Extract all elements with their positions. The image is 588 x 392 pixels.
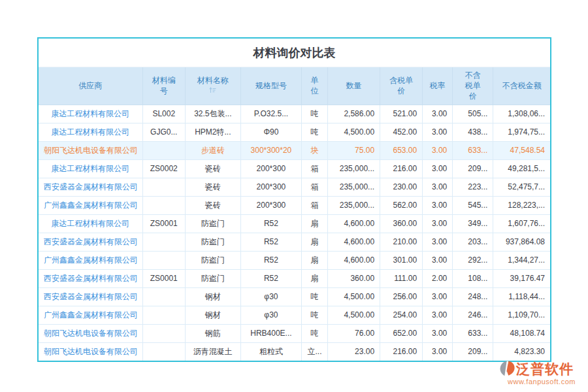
cell-amount-no-tax: 1,109,70... xyxy=(493,306,550,324)
cell-price-no-tax: 349... xyxy=(453,214,493,233)
cell-code: SL002 xyxy=(142,105,185,123)
supplier-link[interactable]: 西安盛器金属材料有限公司 xyxy=(44,274,138,283)
table-row[interactable]: 康达工程材料有限公司ZS0001防盗门R52扇4,600.00360.003.0… xyxy=(39,214,550,233)
cell-amount-no-tax: 47,548.54 xyxy=(493,141,550,159)
cell-spec: 200*300 xyxy=(240,178,301,196)
cell-spec: HRB400E... xyxy=(240,324,301,342)
cell-price-tax: 521.00 xyxy=(380,105,423,123)
column-header-spec-model: 规格型号 xyxy=(240,67,301,105)
table-row[interactable]: 康达工程材料有限公司SL00232.5包装...P.O32.5...吨2,586… xyxy=(39,105,550,123)
table-row[interactable]: 广州鑫鑫金属材料有限公司钢材φ30吨4,500.00254.003.00246.… xyxy=(39,306,550,324)
supplier-link[interactable]: 广州鑫鑫金属材料有限公司 xyxy=(44,255,138,265)
table-row[interactable]: 西安盛器金属材料有限公司ZS0001防盗门R52扇360.00111.002.0… xyxy=(39,269,550,287)
cell-code xyxy=(142,233,185,251)
table-row[interactable]: 西安盛器金属材料有限公司防盗门R52扇4,600.00210.003.00203… xyxy=(39,233,550,251)
brand-name: 泛普软件 xyxy=(516,360,574,378)
supplier-link[interactable]: 广州鑫鑫金属材料有限公司 xyxy=(44,310,138,319)
supplier-link[interactable]: 朝阳飞达机电设备有限公司 xyxy=(44,329,138,338)
vendor-logo[interactable]: 泛普软件 www.fanpusoft.com xyxy=(498,360,585,385)
cell-unit: 吨 xyxy=(301,123,327,141)
cell-unit: 扇 xyxy=(301,214,327,233)
table-row[interactable]: 康达工程材料有限公司ZS0002瓷砖200*300箱235,000...216.… xyxy=(39,159,550,178)
cell-spec: R52 xyxy=(240,214,301,233)
cell-code xyxy=(142,251,185,269)
cell-price-no-tax: 108... xyxy=(453,269,493,287)
cell-price-tax: 256.00 xyxy=(380,287,423,306)
cell-price-no-tax: 438... xyxy=(453,123,493,141)
cell-unit: 吨 xyxy=(301,287,327,306)
cell-tax-rate: 3.00 xyxy=(423,324,453,342)
page: 材料询价对比表 供应商 材料编号 材料名称 xyxy=(0,0,588,392)
cell-code: ZS0001 xyxy=(142,214,185,233)
cell-supplier: 朝阳飞达机电设备有限公司 xyxy=(39,141,142,159)
cell-code: ZS0001 xyxy=(142,269,185,287)
cell-price-tax: 210.00 xyxy=(380,233,423,251)
cell-code: ZS0002 xyxy=(142,159,185,178)
table-row[interactable]: 广州鑫鑫金属材料有限公司防盗门R52扇4,600.00301.003.00292… xyxy=(39,251,550,269)
table-row[interactable]: 朝阳飞达机电设备有限公司钢筋HRB400E...吨76.00652.003.00… xyxy=(39,324,550,342)
cell-tax-rate: 3.00 xyxy=(423,342,453,361)
supplier-link[interactable]: 康达工程材料有限公司 xyxy=(51,219,129,228)
cell-name: 防盗门 xyxy=(185,233,240,251)
cell-name: 防盗门 xyxy=(185,251,240,269)
cell-price-no-tax: 292... xyxy=(453,251,493,269)
cell-spec: R52 xyxy=(240,233,301,251)
cell-spec: φ30 xyxy=(240,306,301,324)
cell-tax-rate: 3.00 xyxy=(423,178,453,196)
supplier-link[interactable]: 西安盛器金属材料有限公司 xyxy=(44,237,138,246)
cell-qty: 4,600.00 xyxy=(328,251,380,269)
supplier-link[interactable]: 西安盛器金属材料有限公司 xyxy=(44,292,138,301)
supplier-link[interactable]: 西安盛器金属材料有限公司 xyxy=(44,182,138,191)
cell-name: 钢材 xyxy=(185,306,240,324)
cell-qty: 23.00 xyxy=(328,342,380,361)
table-row[interactable]: 西安盛器金属材料有限公司瓷砖200*300箱235,000...230.003.… xyxy=(39,178,550,196)
cell-spec: 200*300 xyxy=(240,196,301,214)
cell-tax-rate: 3.00 xyxy=(423,196,453,214)
fanpu-logo-icon xyxy=(498,360,516,378)
page-title: 材料询价对比表 xyxy=(39,39,550,67)
cell-code xyxy=(142,196,185,214)
cell-code xyxy=(142,306,185,324)
sort-asc-icon[interactable] xyxy=(209,87,216,93)
cell-tax-rate: 2.00 xyxy=(423,269,453,287)
cell-code xyxy=(142,342,185,361)
cell-tax-rate: 3.00 xyxy=(423,306,453,324)
supplier-link[interactable]: 康达工程材料有限公司 xyxy=(51,109,129,118)
table-row[interactable]: 朝阳飞达机电设备有限公司沥青混凝土粗粒式立...23.00216.003.002… xyxy=(39,342,550,361)
table-row[interactable]: 西安盛器金属材料有限公司钢材φ30吨4,500.00256.003.00248.… xyxy=(39,287,550,306)
cell-amount-no-tax: 1,607,76... xyxy=(493,214,550,233)
cell-spec: 300*300*20 xyxy=(240,141,301,159)
cell-unit: 扇 xyxy=(301,269,327,287)
table-header: 供应商 材料编号 材料名称 规格型号 xyxy=(39,67,550,105)
table-row[interactable]: 广州鑫鑫金属材料有限公司瓷砖200*300箱235,000...562.003.… xyxy=(39,196,550,214)
table-row[interactable]: 朝阳飞达机电设备有限公司步道砖300*300*20块75.00653.003.0… xyxy=(39,141,550,159)
table-row[interactable]: 康达工程材料有限公司GJG0...HPM2特...Φ90吨4,500.00452… xyxy=(39,123,550,141)
cell-supplier: 朝阳飞达机电设备有限公司 xyxy=(39,324,142,342)
cell-tax-rate: 3.00 xyxy=(423,141,453,159)
cell-amount-no-tax: 4,823.30 xyxy=(493,342,550,361)
supplier-link[interactable]: 康达工程材料有限公司 xyxy=(51,127,129,137)
cell-unit: 吨 xyxy=(301,306,327,324)
column-header-material-name[interactable]: 材料名称 xyxy=(185,67,240,105)
supplier-link[interactable]: 康达工程材料有限公司 xyxy=(51,164,129,173)
column-header-material-name-label: 材料名称 xyxy=(197,76,229,85)
supplier-link[interactable]: 朝阳飞达机电设备有限公司 xyxy=(44,146,138,155)
cell-unit: 吨 xyxy=(301,105,327,123)
cell-amount-no-tax: 48,108.74 xyxy=(493,324,550,342)
cell-supplier: 康达工程材料有限公司 xyxy=(39,159,142,178)
cell-code xyxy=(142,287,185,306)
cell-tax-rate: 3.00 xyxy=(423,251,453,269)
cell-spec: 200*300 xyxy=(240,159,301,178)
cell-name: 步道砖 xyxy=(185,141,240,159)
cell-price-no-tax: 246... xyxy=(453,306,493,324)
cell-name: 沥青混凝土 xyxy=(185,342,240,361)
supplier-link[interactable]: 广州鑫鑫金属材料有限公司 xyxy=(44,201,138,210)
cell-price-no-tax: 248... xyxy=(453,287,493,306)
cell-unit: 立... xyxy=(301,342,327,361)
cell-price-tax: 301.00 xyxy=(380,251,423,269)
cell-amount-no-tax: 1,974,75... xyxy=(493,123,550,141)
supplier-link[interactable]: 朝阳飞达机电设备有限公司 xyxy=(44,347,138,356)
cell-amount-no-tax: 52,475,7... xyxy=(493,178,550,196)
column-header-quantity: 数量 xyxy=(328,67,380,105)
cell-price-tax: 452.00 xyxy=(380,123,423,141)
